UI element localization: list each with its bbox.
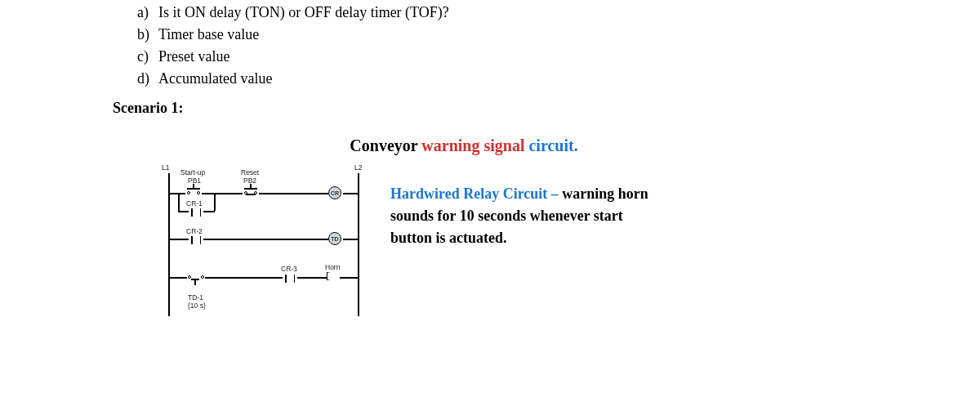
text-d: Accumulated value	[158, 68, 272, 90]
cr-coil: CR	[328, 186, 341, 199]
question-b: b) Timer base value	[137, 24, 980, 46]
text-b: Timer base value	[158, 24, 259, 46]
label-td1: TD-1	[188, 293, 203, 302]
label-cr3: CR-3	[281, 265, 297, 273]
label-l2: L2	[354, 163, 362, 172]
label-startup: Start-up	[180, 168, 205, 176]
question-d: d) Accumulated value	[137, 68, 980, 90]
marker-a: a)	[137, 2, 158, 24]
marker-d: d)	[137, 68, 158, 90]
label-reset: Reset	[241, 168, 259, 176]
label-l1: L1	[162, 163, 169, 172]
diagram-section: Conveyor warning signal circuit. L1 L2 S…	[137, 136, 980, 330]
horn-output	[327, 272, 340, 282]
td-coil: TD	[328, 232, 341, 245]
title-p3: circuit.	[528, 136, 577, 154]
question-list: a) Is it ON delay (TON) or OFF delay tim…	[137, 2, 980, 90]
circuit-description: Hardwired Relay Circuit – warning horn s…	[390, 167, 652, 249]
text-a: Is it ON delay (TON) or OFF delay timer …	[158, 2, 449, 24]
marker-b: b)	[137, 24, 158, 46]
td1-contact	[187, 273, 205, 289]
td-coil-label: TD	[331, 236, 338, 242]
label-cr1: CR-1	[186, 199, 203, 208]
text-c: Preset value	[158, 46, 229, 68]
pb2-reset-button	[243, 185, 259, 194]
diagram-title: Conveyor warning signal circuit.	[350, 136, 577, 155]
relay-circuit-diagram: L1 L2 Start-up PB1 Reset PB2	[162, 167, 366, 330]
desc-title: Hardwired Relay Circuit –	[390, 185, 562, 202]
scenario-label: Scenario 1:	[113, 100, 980, 117]
label-td1-time: (10 s)	[188, 302, 206, 310]
title-p2: warning signal	[421, 136, 528, 154]
pb1-startup-button	[185, 185, 202, 194]
label-horn: Horn	[325, 263, 340, 271]
label-pb2: PB2	[243, 176, 256, 185]
question-a: a) Is it ON delay (TON) or OFF delay tim…	[137, 2, 980, 24]
cr-coil-label: CR	[331, 190, 339, 196]
label-cr2: CR-2	[186, 227, 203, 235]
question-c: c) Preset value	[137, 46, 980, 68]
marker-c: c)	[137, 46, 158, 68]
label-pb1: PB1	[188, 176, 201, 185]
title-p1: Conveyor	[350, 136, 421, 154]
